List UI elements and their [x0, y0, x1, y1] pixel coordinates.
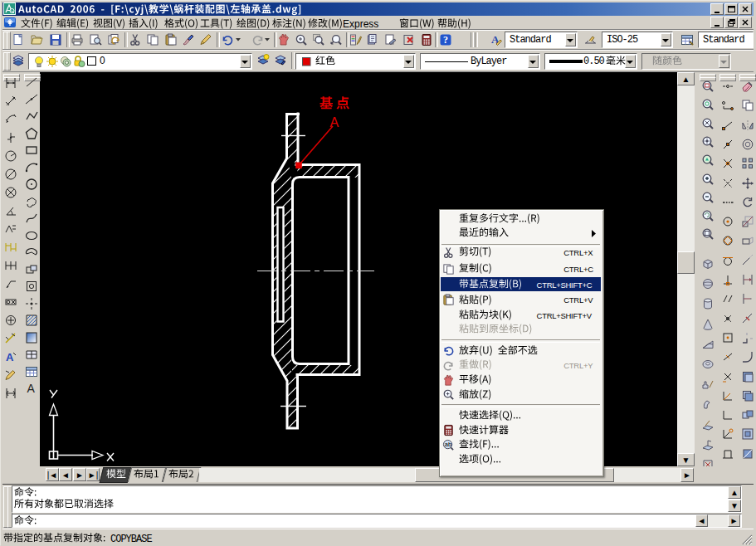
svg-text:?: ?: [443, 34, 448, 46]
svg-text:ab: ab: [445, 441, 451, 448]
svg-text:A: A: [27, 382, 36, 395]
svg-text:A: A: [6, 351, 14, 363]
